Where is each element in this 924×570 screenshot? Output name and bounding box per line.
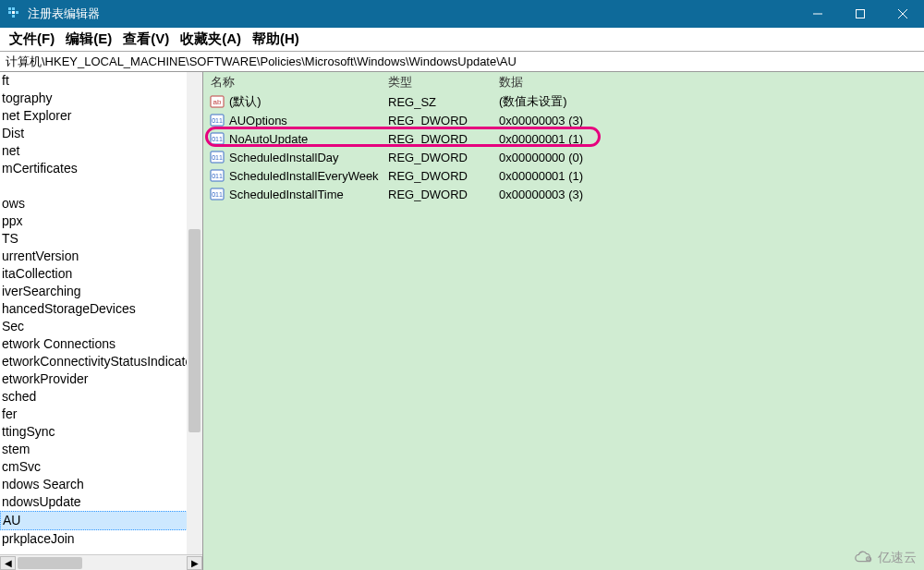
svg-rect-3 xyxy=(12,11,15,14)
column-type-header[interactable]: 类型 xyxy=(388,74,499,91)
menu-edit[interactable]: 编辑(E) xyxy=(62,29,116,50)
value-row[interactable]: 011ScheduledInstallDayREG_DWORD0x0000000… xyxy=(203,148,924,166)
tree-body[interactable]: fttographynet ExplorerDistnetmCertificat… xyxy=(0,72,202,554)
tree-item[interactable]: cmSvc xyxy=(0,458,202,476)
tree-item[interactable]: etworkProvider xyxy=(0,370,202,388)
menubar: 文件(F) 编辑(E) 查看(V) 收藏夹(A) 帮助(H) xyxy=(0,28,924,52)
tree-vertical-scrollbar[interactable] xyxy=(187,72,202,554)
scroll-thumb[interactable] xyxy=(188,229,201,432)
value-name: (默认) xyxy=(229,93,388,110)
maximize-button[interactable] xyxy=(839,0,881,28)
tree-item[interactable]: net xyxy=(0,142,202,160)
value-type: REG_DWORD xyxy=(388,114,499,127)
tree-item[interactable]: ows xyxy=(0,195,202,212)
tree-item[interactable]: itaCollection xyxy=(0,265,202,283)
scroll-thumb[interactable] xyxy=(18,557,82,569)
tree-item[interactable]: TS xyxy=(0,230,202,248)
tree-item[interactable]: ttingSync xyxy=(0,423,202,441)
tree-item[interactable]: ppx xyxy=(0,212,202,230)
value-type: REG_DWORD xyxy=(388,132,499,146)
menu-help[interactable]: 帮助(H) xyxy=(249,29,303,50)
string-value-icon: ab xyxy=(209,94,225,109)
tree-item[interactable]: etworkConnectivityStatusIndicator xyxy=(0,353,202,370)
tree-item[interactable]: etwork Connections xyxy=(0,335,202,353)
value-row[interactable]: 011ScheduledInstallEveryWeekREG_DWORD0x0… xyxy=(203,166,924,185)
value-name: ScheduledInstallEveryWeek xyxy=(229,169,388,183)
address-bar[interactable]: 计算机\HKEY_LOCAL_MACHINE\SOFTWARE\Policies… xyxy=(0,52,924,72)
value-row[interactable]: 011AUOptionsREG_DWORD0x00000003 (3) xyxy=(203,111,924,129)
dword-value-icon: 011 xyxy=(209,187,225,201)
svg-rect-1 xyxy=(12,7,15,10)
value-data: 0x00000003 (3) xyxy=(499,188,924,201)
tree-item[interactable]: ft xyxy=(0,72,202,90)
scroll-right-button[interactable]: ▶ xyxy=(187,556,202,570)
column-name-header[interactable]: 名称 xyxy=(203,74,388,91)
values-header: 名称 类型 数据 xyxy=(203,72,924,92)
tree-pane: fttographynet ExplorerDistnetmCertificat… xyxy=(0,72,203,570)
values-pane: 名称 类型 数据 ab(默认)REG_SZ(数值未设置)011AUOptions… xyxy=(203,72,924,570)
tree-item[interactable]: mCertificates xyxy=(0,160,202,177)
tree-item[interactable]: Sec xyxy=(0,318,202,335)
dword-value-icon: 011 xyxy=(209,131,225,146)
window-title: 注册表编辑器 xyxy=(28,6,100,22)
tree-item[interactable]: ndows Search xyxy=(0,476,202,493)
tree-item[interactable]: urrentVersion xyxy=(0,248,202,265)
watermark: 亿速云 xyxy=(854,550,917,566)
scroll-track[interactable] xyxy=(16,556,187,570)
values-body: ab(默认)REG_SZ(数值未设置)011AUOptionsREG_DWORD… xyxy=(203,92,924,570)
tree-item[interactable]: Dist xyxy=(0,125,202,142)
value-type: REG_DWORD xyxy=(388,188,499,201)
tree-item-selected[interactable]: AU xyxy=(0,511,202,530)
window-controls xyxy=(796,0,924,28)
svg-text:011: 011 xyxy=(212,173,223,179)
value-row[interactable]: 011NoAutoUpdateREG_DWORD0x00000001 (1) xyxy=(203,129,924,148)
menu-view[interactable]: 查看(V) xyxy=(119,29,173,50)
dword-value-icon: 011 xyxy=(209,150,225,164)
tree-item[interactable]: tography xyxy=(0,90,202,107)
value-type: REG_DWORD xyxy=(388,151,499,164)
tree-item[interactable]: sched xyxy=(0,388,202,406)
value-name: ScheduledInstallDay xyxy=(229,151,388,164)
svg-rect-5 xyxy=(12,15,15,18)
value-data: 0x00000003 (3) xyxy=(499,114,924,127)
tree-item[interactable] xyxy=(0,177,202,195)
app-icon xyxy=(7,6,22,21)
dword-value-icon: 011 xyxy=(209,113,225,127)
minimize-button[interactable] xyxy=(796,0,839,28)
value-name: ScheduledInstallTime xyxy=(229,188,388,201)
tree-item[interactable]: fer xyxy=(0,406,202,423)
menu-file[interactable]: 文件(F) xyxy=(6,29,58,50)
tree-item[interactable]: net Explorer xyxy=(0,107,202,125)
svg-text:011: 011 xyxy=(212,154,223,161)
svg-rect-0 xyxy=(8,7,11,10)
titlebar: 注册表编辑器 xyxy=(0,0,924,28)
close-button[interactable] xyxy=(881,0,924,28)
value-row[interactable]: 011ScheduledInstallTimeREG_DWORD0x000000… xyxy=(203,185,924,203)
menu-favorites[interactable]: 收藏夹(A) xyxy=(176,29,245,50)
tree-item[interactable]: stem xyxy=(0,441,202,458)
value-type: REG_DWORD xyxy=(388,169,499,183)
tree-horizontal-scrollbar[interactable]: ◀ ▶ xyxy=(0,554,202,570)
svg-rect-4 xyxy=(16,11,18,14)
svg-text:011: 011 xyxy=(212,136,223,142)
scroll-left-button[interactable]: ◀ xyxy=(0,556,16,570)
svg-point-23 xyxy=(868,558,869,560)
tree-item[interactable]: ndowsUpdate xyxy=(0,493,202,511)
tree-item[interactable]: iverSearching xyxy=(0,283,202,300)
svg-text:ab: ab xyxy=(213,98,222,106)
value-data: 0x00000001 (1) xyxy=(499,132,924,146)
content-area: fttographynet ExplorerDistnetmCertificat… xyxy=(0,72,924,570)
svg-text:011: 011 xyxy=(212,117,223,124)
column-data-header[interactable]: 数据 xyxy=(499,74,924,91)
svg-text:011: 011 xyxy=(212,191,223,198)
value-name: NoAutoUpdate xyxy=(229,132,388,146)
value-row[interactable]: ab(默认)REG_SZ(数值未设置) xyxy=(203,92,924,111)
value-data: (数值未设置) xyxy=(499,93,924,110)
value-data: 0x00000000 (0) xyxy=(499,151,924,164)
watermark-text: 亿速云 xyxy=(878,550,917,566)
value-data: 0x00000001 (1) xyxy=(499,169,924,183)
dword-value-icon: 011 xyxy=(209,168,225,183)
tree-item[interactable]: prkplaceJoin xyxy=(0,530,202,548)
tree-item[interactable]: hancedStorageDevices xyxy=(0,300,202,318)
value-name: AUOptions xyxy=(229,114,388,127)
